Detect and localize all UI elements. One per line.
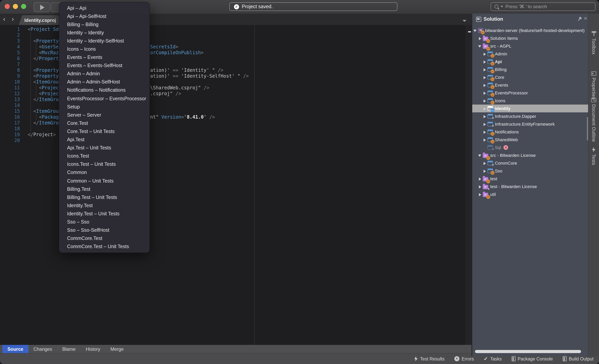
config-menu-item[interactable]: Identity.Test — [59, 202, 149, 210]
config-menu-item[interactable]: Api.Test – Unit Tests — [59, 144, 149, 152]
window-close-button[interactable] — [5, 4, 10, 9]
config-menu-item[interactable]: Billing.Test – Unit Tests — [59, 193, 149, 201]
config-menu-item[interactable]: CommCore.Test — [59, 234, 149, 242]
config-menu-item[interactable]: Billing.Test — [59, 185, 149, 193]
config-menu-item[interactable]: Core.Test – Unit Tests — [59, 127, 149, 136]
solution-horizontal-scrollbar[interactable] — [475, 350, 581, 353]
tree-row[interactable]: ⋯Notifications — [472, 128, 588, 136]
editor-scrollbar[interactable] — [465, 25, 471, 345]
chevron-collapsed-icon[interactable] — [483, 161, 486, 165]
chevron-collapsed-icon[interactable] — [483, 115, 486, 118]
tree-row[interactable]: ⋯Core — [472, 73, 588, 81]
editor-tab-identity-csproj[interactable]: Identity.csproj — [19, 15, 62, 25]
status-item-package-console[interactable]: Package Console — [511, 356, 553, 361]
tree-row[interactable]: ⋯test — [472, 175, 588, 183]
status-item-errors[interactable]: ×Errors — [454, 356, 474, 361]
config-menu-item[interactable]: Icons – Icons — [59, 45, 149, 53]
config-menu-item[interactable]: Events – Events — [59, 53, 149, 62]
tree-row[interactable]: ⋯util — [472, 190, 588, 198]
config-menu-item[interactable]: CommCore.Test – Unit Tests — [59, 242, 149, 251]
chevron-expanded-icon[interactable] — [478, 44, 482, 48]
chevron-collapsed-icon[interactable] — [483, 52, 486, 56]
config-menu-item[interactable]: Billing – Billing — [59, 20, 149, 28]
config-menu-item[interactable]: Icons.Test – Unit Tests — [59, 160, 149, 169]
config-menu-item[interactable]: Identity.Test – Unit Tests — [59, 210, 149, 218]
view-tab-source[interactable]: Source — [2, 345, 28, 353]
chevron-collapsed-icon[interactable] — [483, 83, 486, 87]
config-menu-item[interactable]: Icons.Test — [59, 152, 149, 160]
config-menu-item[interactable]: Api – Api-SelfHost — [59, 12, 149, 20]
tree-row[interactable]: ⋯EventsProcessor — [472, 89, 588, 97]
config-menu-item[interactable]: Identity – Identity-SelfHost — [59, 37, 149, 45]
tree-row[interactable]: ⋯src - Bitwarden License — [472, 151, 588, 159]
chevron-collapsed-icon[interactable] — [478, 193, 482, 196]
chevron-collapsed-icon[interactable] — [483, 91, 486, 95]
tree-row[interactable]: ⋯bitwarden-server (feature/self-hosted-d… — [472, 27, 588, 34]
chevron-collapsed-icon[interactable] — [483, 138, 486, 142]
status-item-tasks[interactable]: ✓Tasks — [484, 356, 502, 361]
config-menu-item[interactable]: Admin – Admin-SelfHost — [59, 78, 149, 86]
tree-row[interactable]: ⋯Identity — [472, 105, 588, 112]
tab-list-dropdown-icon[interactable] — [463, 20, 467, 22]
config-menu-item[interactable]: Identity – Identity — [59, 29, 149, 37]
config-menu-item[interactable]: Admin – Admin — [59, 70, 149, 78]
chevron-collapsed-icon[interactable] — [478, 185, 482, 188]
global-search-field[interactable] — [491, 2, 596, 11]
config-menu-item[interactable]: EventsProcessor – EventsProcessor — [59, 94, 149, 103]
config-menu-item[interactable]: Sso – Sso-SelfHost — [59, 226, 149, 234]
config-menu-item[interactable]: Setup — [59, 103, 149, 111]
tree-row[interactable]: +Sql× — [472, 143, 588, 151]
config-menu-item[interactable]: Server – Server — [59, 111, 149, 119]
tree-row[interactable]: ⋯Admin — [472, 50, 588, 58]
config-menu-item[interactable]: Sso – Sso — [59, 218, 149, 226]
chevron-expanded-icon[interactable] — [478, 153, 482, 157]
chevron-collapsed-icon[interactable] — [483, 169, 486, 173]
view-tab-changes[interactable]: Changes — [28, 345, 57, 353]
tree-row[interactable]: ⋯Api — [472, 58, 588, 66]
navigate-forward-button[interactable]: › — [12, 15, 14, 23]
tree-row[interactable]: ⋯Icons — [472, 97, 588, 105]
tree-row[interactable]: +CommCore — [472, 159, 588, 167]
config-menu-item[interactable]: Events – Events-SelfHost — [59, 62, 149, 70]
config-menu-item[interactable]: Api – Api — [59, 4, 149, 12]
tree-row[interactable]: ⋯Sso — [472, 167, 588, 175]
chevron-collapsed-icon[interactable] — [483, 68, 486, 71]
tree-row[interactable]: ⋯Events — [472, 81, 588, 89]
pad-tab-properties[interactable]: Properties — [589, 71, 599, 99]
window-zoom-button[interactable] — [21, 4, 26, 9]
tree-row[interactable]: ⋯src - AGPL — [472, 42, 588, 50]
tree-row[interactable]: +Infrastructure.Dapper — [472, 112, 588, 120]
window-minimize-button[interactable] — [13, 4, 18, 9]
chevron-collapsed-icon[interactable] — [478, 177, 482, 180]
pin-icon[interactable] — [576, 16, 583, 22]
chevron-collapsed-icon[interactable] — [483, 60, 486, 63]
status-item-build-output[interactable]: Build Output — [563, 356, 594, 361]
tree-row[interactable]: +test - Bitwarden License — [472, 183, 588, 190]
pad-tab-toolbox[interactable]: Toolbox — [589, 31, 599, 55]
chevron-collapsed-icon[interactable] — [483, 130, 486, 134]
close-icon[interactable]: × — [584, 15, 587, 21]
tree-row[interactable]: ⋯Billing — [472, 66, 588, 73]
status-item-test-results[interactable]: Test Results — [414, 356, 445, 361]
pad-tab-document-outline[interactable]: Document Outline — [589, 98, 599, 142]
tree-row[interactable]: ⋯Solution Items — [472, 34, 588, 42]
chevron-collapsed-icon[interactable] — [483, 107, 486, 110]
chevron-collapsed-icon[interactable] — [483, 99, 486, 102]
chevron-expanded-icon[interactable] — [473, 29, 477, 32]
view-tab-history[interactable]: History — [81, 345, 106, 353]
run-button[interactable] — [34, 2, 50, 12]
tree-row[interactable]: ⋯SharedWeb — [472, 136, 588, 143]
tree-row[interactable]: +Infrastructure.EntityFramework — [472, 120, 588, 128]
chevron-collapsed-icon[interactable] — [478, 36, 482, 40]
navigate-back-button[interactable]: ‹ — [3, 15, 5, 23]
chevron-collapsed-icon[interactable] — [483, 122, 486, 126]
config-menu-item[interactable]: Notifications – Notifications — [59, 86, 149, 94]
search-input[interactable] — [505, 3, 584, 10]
config-menu-item[interactable]: Common — [59, 169, 149, 177]
pad-tab-tests[interactable]: Tests — [589, 147, 599, 165]
view-tab-merge[interactable]: Merge — [105, 345, 129, 353]
config-menu-item[interactable]: Api.Test — [59, 136, 149, 144]
config-menu-item[interactable]: Core.Test — [59, 119, 149, 127]
chevron-collapsed-icon[interactable] — [483, 75, 486, 79]
config-menu-item[interactable]: Common – Unit Tests — [59, 177, 149, 185]
